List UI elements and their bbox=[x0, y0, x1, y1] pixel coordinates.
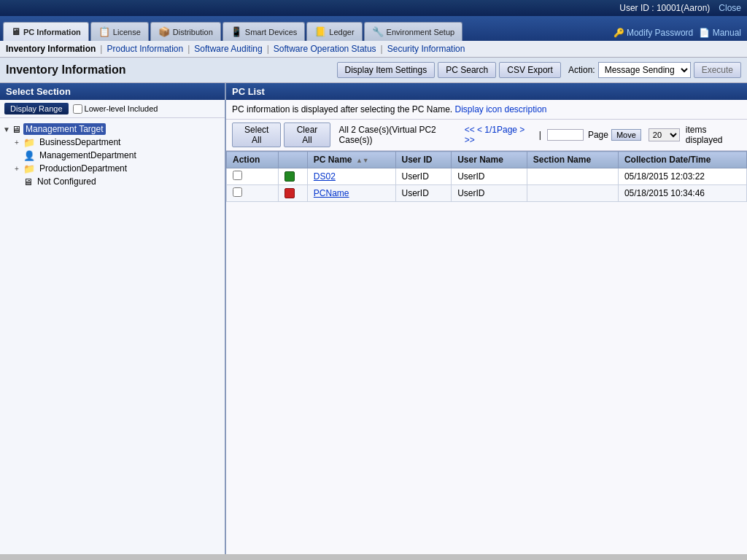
tree-production-label[interactable]: ProductionDepartment bbox=[37, 163, 129, 174]
main-layout: Select Section Display Range Lower-level… bbox=[0, 83, 747, 554]
row-pc-name-cell: PCName bbox=[307, 185, 395, 202]
row-section-name bbox=[527, 168, 618, 185]
subnav-inventory-info[interactable]: Inventory Information bbox=[6, 44, 96, 54]
status-icon-green bbox=[285, 171, 295, 182]
row-pc-name-cell: DS02 bbox=[307, 168, 395, 185]
tree-area: ▼ 🖥 Management Target + 📁 BusinessDepart… bbox=[0, 118, 225, 554]
display-item-settings-button[interactable]: Display Item Settings bbox=[337, 62, 436, 78]
nav-tab-license[interactable]: 📋 License bbox=[90, 22, 149, 41]
col-section-name: Section Name bbox=[527, 152, 618, 168]
csv-export-button[interactable]: CSV Export bbox=[499, 62, 561, 78]
nav-tab-smart-devices-label: Smart Devices bbox=[245, 28, 298, 36]
pc-name-link[interactable]: DS02 bbox=[314, 171, 336, 182]
row-user-name: UserID bbox=[452, 185, 527, 202]
nav-tab-pc-information[interactable]: 🖥 PC Information bbox=[3, 22, 89, 41]
row-checkbox-cell bbox=[227, 185, 279, 202]
pc-table-body: DS02UserIDUserID05/18/2015 12:03:22PCNam… bbox=[227, 168, 747, 202]
tree-item-production: + 📁 ProductionDepartment bbox=[15, 162, 222, 175]
tree-item-business: + 📁 BusinessDepartment bbox=[15, 136, 222, 149]
smart-devices-icon: 📱 bbox=[231, 26, 242, 37]
tree-toggle-root[interactable]: ▼ bbox=[3, 125, 12, 133]
ledger-icon: 📒 bbox=[314, 26, 326, 37]
tree-business-icon: 📁 bbox=[23, 137, 35, 148]
page-number-input[interactable] bbox=[547, 129, 584, 141]
items-label: items displayed bbox=[686, 125, 741, 145]
action-label: Action: bbox=[568, 65, 595, 75]
col-user-name: User Name bbox=[452, 152, 527, 168]
user-info: User ID : 10001(Aaron) bbox=[619, 3, 710, 13]
manual-link[interactable]: 📄 Manual bbox=[699, 28, 741, 38]
subnav-product-info[interactable]: Product Information bbox=[107, 44, 183, 54]
action-dropdown[interactable]: Message Sending Remote Control Software … bbox=[598, 62, 691, 78]
pc-list-info: PC information is displayed after select… bbox=[226, 100, 747, 120]
license-icon: 📋 bbox=[98, 26, 110, 37]
tree-children: + 📁 BusinessDepartment 👤 ManagementDepar… bbox=[3, 136, 222, 188]
sub-nav: Inventory Information | Product Informat… bbox=[0, 41, 747, 58]
left-panel-title: Select Section bbox=[0, 83, 225, 100]
select-all-button[interactable]: Select All bbox=[232, 122, 281, 147]
pc-info-icon: 🖥 bbox=[11, 26, 20, 37]
nav-tab-license-label: License bbox=[113, 28, 141, 36]
subnav-software-op-status[interactable]: Software Operation Status bbox=[274, 44, 376, 54]
col-user-id: User ID bbox=[395, 152, 452, 168]
status-icon-red bbox=[285, 188, 295, 198]
nav-tab-distribution[interactable]: 📦 Distribution bbox=[150, 22, 221, 41]
row-section-name bbox=[527, 185, 618, 202]
row-checkbox[interactable] bbox=[233, 187, 242, 197]
row-checkbox[interactable] bbox=[233, 171, 242, 180]
nav-tab-smart-devices[interactable]: 📱 Smart Devices bbox=[222, 22, 306, 41]
tree-root-label[interactable]: Management Target bbox=[23, 123, 106, 135]
lower-level-checkbox[interactable] bbox=[73, 104, 82, 114]
right-panel-title: PC List bbox=[226, 83, 747, 100]
row-status-cell bbox=[278, 185, 307, 202]
pc-list-controls: Select All Clear All All 2 Case(s)(Virtu… bbox=[226, 120, 747, 151]
display-range-bar: Display Range Lower-level Included bbox=[0, 100, 225, 118]
lower-level-label: Lower-level Included bbox=[85, 104, 158, 113]
pc-table: Action PC Name ▲▼ User ID User Name Sect… bbox=[226, 151, 747, 202]
tree-toggle-production[interactable]: + bbox=[15, 165, 23, 173]
tree-business-label[interactable]: BusinessDepartment bbox=[37, 136, 123, 148]
subnav-software-auditing[interactable]: Software Auditing bbox=[194, 44, 262, 54]
nav-tab-ledger[interactable]: 📒 Ledger bbox=[306, 22, 362, 41]
nav-tab-env-setup-label: Environment Setup bbox=[387, 28, 455, 36]
row-collection-datetime: 05/18/2015 10:34:46 bbox=[618, 185, 746, 202]
pagination-summary: All 2 Case(s)(Virtual PC2 Case(s)) bbox=[339, 125, 462, 145]
pagination-nav[interactable]: << < 1/1Page > >> bbox=[465, 125, 532, 145]
pc-name-link[interactable]: PCName bbox=[314, 188, 349, 198]
left-panel: Select Section Display Range Lower-level… bbox=[0, 83, 226, 554]
nav-bar: 🖥 PC Information 📋 License 📦 Distributio… bbox=[0, 16, 747, 41]
nav-tab-env-setup[interactable]: 🔧 Environment Setup bbox=[364, 22, 463, 41]
page-label: Page bbox=[588, 130, 608, 140]
tree-root: ▼ 🖥 Management Target bbox=[3, 122, 222, 136]
execute-button[interactable]: Execute bbox=[694, 62, 741, 78]
right-panel: PC List PC information is displayed afte… bbox=[226, 83, 747, 554]
clear-all-button[interactable]: Clear All bbox=[284, 122, 330, 147]
table-row: PCNameUserIDUserID05/18/2015 10:34:46 bbox=[227, 185, 747, 202]
top-bar: User ID : 10001(Aaron) Close bbox=[0, 0, 747, 16]
distribution-icon: 📦 bbox=[158, 26, 170, 37]
tree-root-icon: 🖥 bbox=[12, 124, 21, 135]
sort-icon-pcname: ▲▼ bbox=[356, 157, 369, 164]
row-checkbox-cell bbox=[227, 168, 279, 185]
modify-password-link[interactable]: 🔑 Modify Password bbox=[614, 28, 694, 38]
page-title: Inventory Information bbox=[6, 63, 125, 77]
move-button[interactable]: Move bbox=[611, 129, 641, 141]
display-icon-link[interactable]: Display icon description bbox=[454, 104, 546, 114]
col-status bbox=[278, 152, 307, 168]
display-range-tab[interactable]: Display Range bbox=[4, 103, 69, 114]
nav-tab-pc-info-label: PC Information bbox=[23, 28, 81, 36]
page-header: Inventory Information Display Item Setti… bbox=[0, 58, 747, 83]
lower-level-check: Lower-level Included bbox=[73, 104, 158, 114]
pc-search-button[interactable]: PC Search bbox=[438, 62, 496, 78]
col-pc-name[interactable]: PC Name ▲▼ bbox=[307, 152, 395, 168]
tree-management-label[interactable]: ManagementDepartment bbox=[37, 149, 139, 161]
row-collection-datetime: 05/18/2015 12:03:22 bbox=[618, 168, 746, 185]
close-link[interactable]: Close bbox=[719, 3, 741, 13]
tree-toggle-business[interactable]: + bbox=[15, 139, 23, 147]
tree-not-configured-label[interactable]: Not Configured bbox=[35, 176, 98, 187]
row-user-name: UserID bbox=[452, 168, 527, 185]
items-per-page-select[interactable]: 10 20 50 100 bbox=[649, 128, 680, 141]
subnav-security-info[interactable]: Security Information bbox=[387, 44, 465, 54]
nav-tab-distribution-label: Distribution bbox=[173, 28, 213, 36]
col-collection-datetime: Collection Date/Time bbox=[618, 152, 746, 168]
